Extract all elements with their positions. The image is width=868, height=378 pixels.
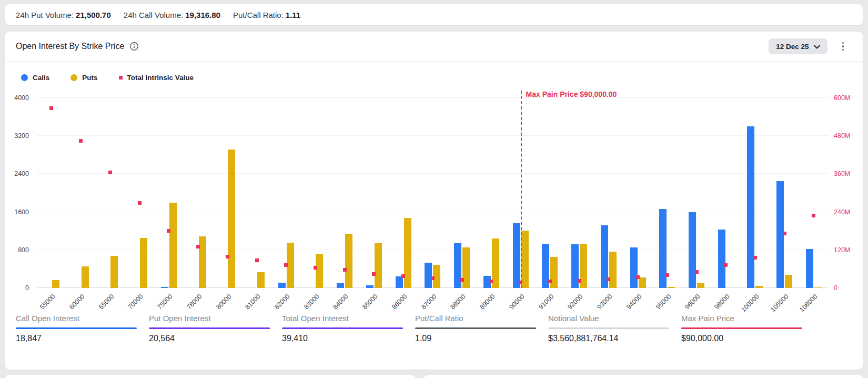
expiry-date-dropdown[interactable]: 12 Dec 25 [769, 38, 827, 54]
bar-group-91000[interactable]: 91000 [535, 98, 564, 288]
bar-group-60000[interactable]: 60000 [66, 98, 96, 288]
put-bar[interactable] [550, 257, 558, 288]
call-bar[interactable] [366, 285, 374, 288]
bar-group-65000[interactable]: 65000 [95, 98, 125, 288]
bar-group-75000[interactable]: 75000 [154, 98, 184, 288]
call-bar[interactable] [513, 223, 520, 288]
intrinsic-value-dot[interactable] [226, 255, 229, 258]
intrinsic-value-dot[interactable] [665, 273, 669, 277]
bar-group-96000[interactable]: 96000 [682, 98, 711, 288]
intrinsic-value-dot[interactable] [138, 201, 142, 205]
put-call-ratio-stat: Put/Call Ratio:1.11 [233, 11, 300, 19]
bar-group-82000[interactable]: 82000 [271, 98, 301, 288]
legend-item-intrinsic[interactable]: Total Intrinsic Value [119, 74, 194, 82]
put-bar[interactable] [110, 256, 118, 288]
call-bar[interactable] [806, 249, 813, 288]
intrinsic-value-dot[interactable] [695, 270, 699, 274]
intrinsic-value-dot[interactable] [607, 277, 610, 281]
intrinsic-value-dot[interactable] [753, 256, 757, 260]
kebab-menu-icon[interactable] [839, 40, 847, 53]
put-bar[interactable] [228, 150, 235, 288]
call-bar[interactable] [396, 276, 403, 288]
intrinsic-value-dot[interactable] [636, 275, 640, 279]
put-bar[interactable] [169, 203, 177, 288]
put-bar[interactable] [375, 243, 382, 288]
put-bar[interactable] [785, 275, 792, 288]
info-icon[interactable] [129, 42, 139, 51]
put-bar[interactable] [52, 280, 59, 288]
put-bar[interactable] [345, 234, 352, 288]
bar-group-86000[interactable]: 86000 [389, 98, 418, 288]
call-bar[interactable] [337, 283, 344, 288]
bar-group-92000[interactable]: 92000 [564, 98, 594, 288]
bar-group-70000[interactable]: 70000 [125, 98, 154, 288]
intrinsic-value-dot[interactable] [401, 274, 405, 278]
call-bar[interactable] [630, 247, 638, 288]
bar-group-84000[interactable]: 84000 [330, 98, 359, 288]
intrinsic-value-dot[interactable] [489, 280, 493, 283]
bar-group-90000[interactable]: 90000Max Pain Price $90,000.00 [506, 98, 536, 288]
bar-pair [776, 98, 792, 288]
bar-group-94000[interactable]: 94000 [623, 98, 653, 288]
put-bar[interactable] [668, 287, 675, 288]
call-bar[interactable] [689, 212, 696, 288]
intrinsic-value-dot[interactable] [343, 268, 347, 272]
bar-group-83000[interactable]: 83000 [301, 98, 330, 288]
call-bar[interactable] [425, 263, 432, 288]
intrinsic-value-dot[interactable] [314, 266, 317, 270]
intrinsic-value-dot[interactable] [783, 232, 786, 235]
put-bar[interactable] [140, 238, 147, 288]
bar-group-78000[interactable]: 78000 [184, 98, 213, 288]
y-axis-label-right: 240M [834, 208, 850, 216]
bar-group-80000[interactable]: 80000 [213, 98, 242, 288]
call-bar[interactable] [747, 126, 754, 288]
put-bar[interactable] [755, 286, 763, 288]
put-bar[interactable] [521, 231, 529, 288]
y-axis-label-left: 2400 [14, 170, 29, 177]
bar-group-95000[interactable]: 95000 [652, 98, 682, 288]
bar-group-87000[interactable]: 87000 [418, 98, 448, 288]
intrinsic-value-dot[interactable] [372, 272, 376, 276]
put-bar[interactable] [814, 287, 822, 288]
put-bar[interactable] [82, 266, 89, 289]
intrinsic-value-dot[interactable] [284, 263, 288, 267]
call-bar[interactable] [161, 287, 168, 288]
bar-group-108000[interactable]: 108000 [799, 98, 829, 288]
bar-group-88000[interactable]: 88000 [447, 98, 477, 288]
bar-group-89000[interactable]: 89000 [477, 98, 506, 288]
call-bar[interactable] [718, 230, 725, 288]
intrinsic-value-dot[interactable] [79, 139, 83, 143]
calls-legend-label: Calls [33, 74, 49, 82]
bar-group-85000[interactable]: 85000 [359, 98, 389, 288]
put-bar[interactable] [697, 283, 704, 288]
put-bar[interactable] [257, 272, 265, 288]
intrinsic-value-dot[interactable] [578, 279, 581, 283]
call-bar[interactable] [278, 283, 286, 288]
put-bar[interactable] [316, 254, 323, 288]
bar-group-55000[interactable]: 55000 [37, 98, 66, 288]
x-axis-label: 80000 [215, 293, 233, 311]
bar-group-81000[interactable]: 81000 [242, 98, 271, 288]
intrinsic-value-dot[interactable] [196, 245, 200, 248]
intrinsic-value-dot[interactable] [460, 278, 464, 282]
intrinsic-value-dot[interactable] [548, 280, 552, 283]
put-bar[interactable] [639, 277, 646, 288]
bar-group-98000[interactable]: 98000 [711, 98, 741, 288]
legend-item-calls[interactable]: Calls [21, 74, 49, 82]
bar-pair [571, 98, 587, 288]
put-bar[interactable] [609, 252, 617, 288]
intrinsic-value-dot[interactable] [49, 106, 53, 110]
bar-group-100000[interactable]: 100000 [741, 98, 770, 288]
intrinsic-value-dot[interactable] [255, 258, 259, 262]
bar-group-93000[interactable]: 93000 [594, 98, 623, 288]
x-axis-label: 100000 [740, 293, 760, 313]
intrinsic-value-dot[interactable] [724, 263, 728, 267]
put-bar[interactable] [199, 236, 206, 288]
legend-item-puts[interactable]: Puts [70, 74, 97, 82]
intrinsic-value-dot[interactable] [167, 229, 170, 233]
bar-group-105000[interactable]: 105000 [770, 98, 799, 288]
intrinsic-value-dot[interactable] [812, 214, 815, 217]
bar-pair [161, 98, 177, 288]
intrinsic-value-dot[interactable] [108, 171, 112, 174]
intrinsic-value-dot[interactable] [431, 276, 435, 280]
